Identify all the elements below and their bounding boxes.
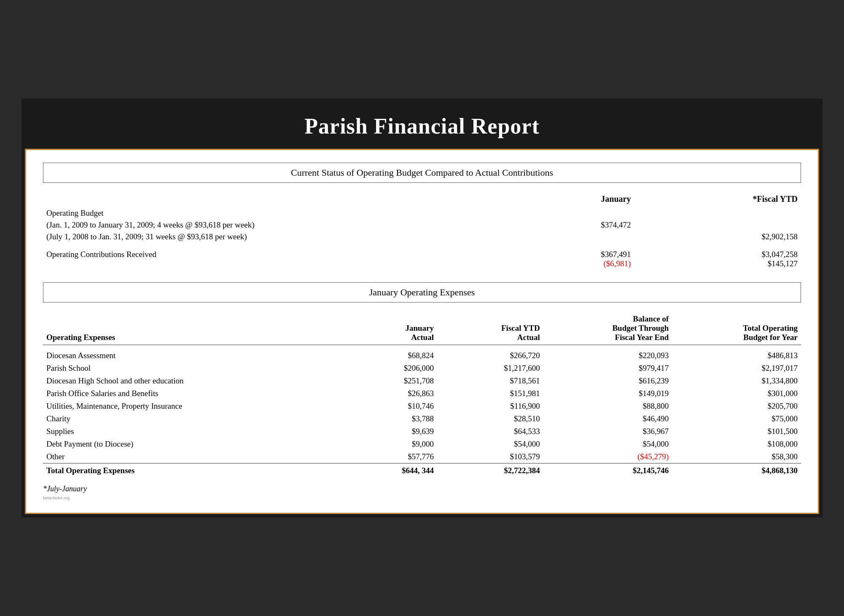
row-label: Parish Office Salaries and Benefits xyxy=(43,387,331,400)
row-ytd: $64,533 xyxy=(437,425,543,438)
row-jan: $206,000 xyxy=(331,362,437,375)
row-total: $75,000 xyxy=(672,412,801,425)
row-label: Utilities, Maintenance, Property Insuran… xyxy=(43,400,331,412)
ob-line2-jan xyxy=(498,231,634,243)
spacer-row xyxy=(43,243,801,249)
top-ytd-header: *Fiscal YTD xyxy=(634,193,801,207)
row-label: Supplies xyxy=(43,425,331,438)
row-label: Other xyxy=(43,450,331,463)
ob-line1-ytd xyxy=(634,219,801,231)
expense-row: Charity $3,788 $28,510 $46,490 $75,000 xyxy=(43,412,801,425)
section2-box: January Operating Expenses xyxy=(43,282,801,303)
ob-line1-jan: $374,472 xyxy=(498,219,634,231)
ob-line1-row: (Jan. 1, 2009 to January 31, 2009; 4 wee… xyxy=(43,219,801,231)
expense-row: Parish Office Salaries and Benefits $26,… xyxy=(43,387,801,400)
row-balance: $979,417 xyxy=(543,362,672,375)
ob-line1-label: (Jan. 1, 2009 to January 31, 2009; 4 wee… xyxy=(43,219,498,231)
row-ytd: $116,900 xyxy=(437,400,543,412)
row-total: $486,813 xyxy=(672,349,801,362)
row-jan: $68,824 xyxy=(331,349,437,362)
row-label: Diocesan Assessment xyxy=(43,349,331,362)
row-total: $58,300 xyxy=(672,450,801,463)
expense-row: Parish School $206,000 $1,217,600 $979,4… xyxy=(43,362,801,375)
ob-label: Operating Budget xyxy=(43,207,498,219)
row-total: $2,197,017 xyxy=(672,362,801,375)
exp-jan-header: JanuaryActual xyxy=(331,313,437,345)
total-jan: $644, 344 xyxy=(331,463,437,477)
page-title: Parish Financial Report xyxy=(33,114,811,139)
expense-row: Diocesan High School and other education… xyxy=(43,375,801,387)
row-ytd: $54,000 xyxy=(437,438,543,450)
row-ytd: $103,579 xyxy=(437,450,543,463)
expenses-table: Operating Expenses JanuaryActual Fiscal … xyxy=(43,313,801,477)
row-jan: $10,746 xyxy=(331,400,437,412)
contrib-jan: $367,491 ($6,981) xyxy=(498,249,634,270)
section2-title: January Operating Expenses xyxy=(369,287,475,297)
contrib-jan-value: $367,491 xyxy=(501,250,631,259)
row-total: $301,000 xyxy=(672,387,801,400)
total-label: Total Operating Expenses xyxy=(43,463,331,477)
watermark: kentcholet.org xyxy=(43,495,801,500)
contrib-jan-diff: ($6,981) xyxy=(501,259,631,268)
row-label: Diocesan High School and other education xyxy=(43,375,331,387)
row-total: $101,500 xyxy=(672,425,801,438)
expense-row: Diocesan Assessment $68,824 $266,720 $22… xyxy=(43,349,801,362)
row-balance: $54,000 xyxy=(543,438,672,450)
ob-jan-empty xyxy=(498,207,634,219)
ob-line2-ytd: $2,902,158 xyxy=(634,231,801,243)
expense-row: Debt Payment (to Diocese) $9,000 $54,000… xyxy=(43,438,801,450)
total-ytd: $2,722,384 xyxy=(437,463,543,477)
top-label-header xyxy=(43,193,498,207)
contrib-ytd: $3,047,258 $145,127 xyxy=(634,249,801,270)
exp-ytd-header: Fiscal YTDActual xyxy=(437,313,543,345)
total-body: Total Operating Expenses $644, 344 $2,72… xyxy=(43,463,801,477)
outer-container: Parish Financial Report Current Status o… xyxy=(22,99,822,517)
exp-header-row: Operating Expenses JanuaryActual Fiscal … xyxy=(43,313,801,345)
exp-balance-header: Balance ofBudget ThroughFiscal Year End xyxy=(543,313,672,345)
bottom-section: January Operating Expenses Operating Exp… xyxy=(43,282,801,500)
row-ytd: $718,561 xyxy=(437,375,543,387)
top-table: January *Fiscal YTD Operating Budget (Ja… xyxy=(43,193,801,270)
total-total: $4,868,130 xyxy=(672,463,801,477)
row-balance: $220,093 xyxy=(543,349,672,362)
ob-ytd-empty xyxy=(634,207,801,219)
ob-line2-label: (July 1, 2008 to Jan. 31, 2009; 31 weeks… xyxy=(43,231,498,243)
exp-total-header: Total OperatingBudget for Year xyxy=(672,313,801,345)
expense-row: Utilities, Maintenance, Property Insuran… xyxy=(43,400,801,412)
row-total: $108,000 xyxy=(672,438,801,450)
row-balance: $36,967 xyxy=(543,425,672,438)
row-label: Debt Payment (to Diocese) xyxy=(43,438,331,450)
top-section: Current Status of Operating Budget Compa… xyxy=(43,163,801,270)
row-ytd: $1,217,600 xyxy=(437,362,543,375)
row-label: Parish School xyxy=(43,362,331,375)
row-jan: $26,863 xyxy=(331,387,437,400)
row-jan: $57,776 xyxy=(331,450,437,463)
total-balance: $2,145,746 xyxy=(543,463,672,477)
exp-label-header: Operating Expenses xyxy=(43,313,331,345)
top-jan-header: January xyxy=(498,193,634,207)
main-content: Current Status of Operating Budget Compa… xyxy=(25,149,819,514)
contrib-ytd-value: $3,047,258 xyxy=(637,250,798,259)
row-jan: $251,708 xyxy=(331,375,437,387)
row-ytd: $151,981 xyxy=(437,387,543,400)
expense-row: Supplies $9,639 $64,533 $36,967 $101,500 xyxy=(43,425,801,438)
row-balance: $149,019 xyxy=(543,387,672,400)
row-balance: $88,800 xyxy=(543,400,672,412)
row-jan: $3,788 xyxy=(331,412,437,425)
row-balance: $46,490 xyxy=(543,412,672,425)
ob-main-row: Operating Budget xyxy=(43,207,801,219)
row-total: $205,700 xyxy=(672,400,801,412)
total-row: Total Operating Expenses $644, 344 $2,72… xyxy=(43,463,801,477)
section1-title: Current Status of Operating Budget Compa… xyxy=(291,167,553,178)
contrib-row: Operating Contributions Received $367,49… xyxy=(43,249,801,270)
row-jan: $9,000 xyxy=(331,438,437,450)
ob-line2-row: (July 1, 2008 to Jan. 31, 2009; 31 weeks… xyxy=(43,231,801,243)
section1-box: Current Status of Operating Budget Compa… xyxy=(43,163,801,183)
expense-rows-body: Diocesan Assessment $68,824 $266,720 $22… xyxy=(43,349,801,463)
contrib-ytd-diff: $145,127 xyxy=(637,259,798,268)
row-balance: ($45,279) xyxy=(543,450,672,463)
row-jan: $9,639 xyxy=(331,425,437,438)
row-ytd: $28,510 xyxy=(437,412,543,425)
row-total: $1,334,800 xyxy=(672,375,801,387)
footnote: *July-January xyxy=(43,485,801,493)
